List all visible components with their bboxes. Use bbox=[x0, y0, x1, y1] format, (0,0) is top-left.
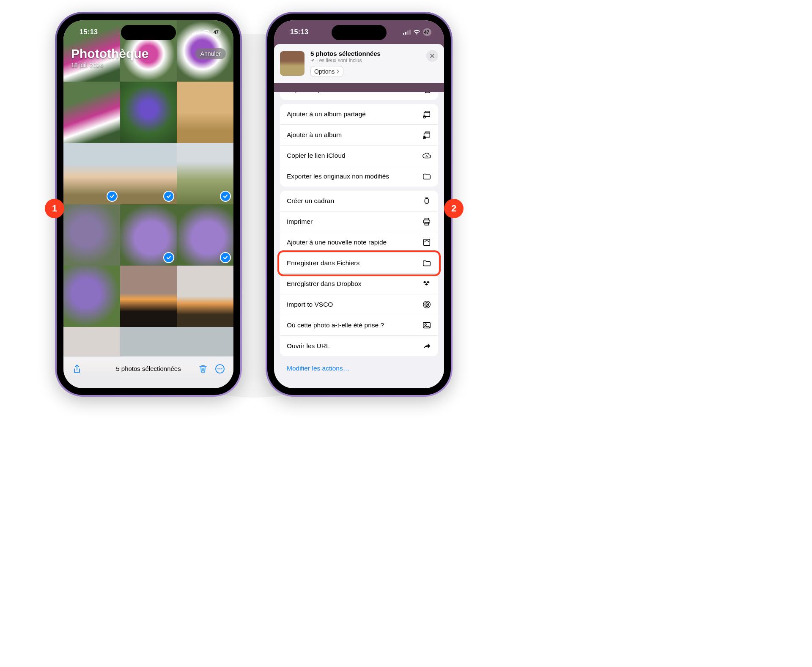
photo-thumb-sunset-wide-1[interactable] bbox=[177, 266, 233, 327]
selected-checkmark-icon bbox=[163, 191, 174, 202]
action-row[interactable]: Ajouter à un album bbox=[280, 125, 438, 145]
selected-checkmark-icon bbox=[220, 252, 231, 263]
photo-thumb-purple-flowers-2[interactable] bbox=[120, 204, 177, 266]
action-row[interactable]: Enregistrer dans Dropbox bbox=[280, 274, 438, 294]
svg-rect-20 bbox=[425, 199, 428, 203]
action-row[interactable]: Ouvrir les URL bbox=[280, 336, 438, 356]
svg-rect-18 bbox=[425, 132, 430, 133]
dynamic-island bbox=[332, 25, 387, 40]
photo-thumb-sunset-dark[interactable] bbox=[120, 266, 177, 327]
action-label: Enregistrer dans Fichiers bbox=[287, 259, 359, 267]
action-row[interactable]: Enregistrer dans Fichiers bbox=[280, 253, 438, 274]
svg-rect-0 bbox=[192, 33, 194, 35]
action-row[interactable]: Exporter les originaux non modifiés bbox=[280, 166, 438, 187]
svg-rect-23 bbox=[425, 222, 428, 225]
action-row[interactable]: Créer un cadran bbox=[280, 191, 438, 211]
library-date: 18 juil. 2024 bbox=[71, 62, 148, 69]
svg-rect-10 bbox=[407, 30, 409, 35]
photos-app-screen: 15:13 47 Photothèque 18 juil. 2024 Annul… bbox=[63, 20, 233, 388]
action-row[interactable]: Où cette photo a-t-elle été prise ? bbox=[280, 315, 438, 336]
wifi-icon bbox=[413, 30, 420, 35]
callout-badge-1: 1 bbox=[45, 199, 64, 218]
photo-thumb-purple-flowers-4[interactable] bbox=[63, 266, 120, 327]
close-button[interactable] bbox=[426, 50, 438, 62]
action-label: Créer un cadran bbox=[287, 197, 334, 205]
svg-rect-1 bbox=[195, 32, 196, 35]
watch-icon bbox=[422, 196, 431, 206]
action-label: Enregistrer dans Dropbox bbox=[287, 280, 362, 288]
status-time: 15:13 bbox=[290, 28, 308, 36]
dynamic-island bbox=[121, 25, 176, 40]
svg-point-29 bbox=[425, 324, 426, 325]
action-row[interactable]: Import to VSCO bbox=[280, 294, 438, 315]
album-add-icon bbox=[422, 130, 431, 140]
action-label: Exporter les originaux non modifiés bbox=[287, 173, 389, 180]
phone-mockup-right: 15:13 47 5 photos sélectionnées Les lieu… bbox=[266, 12, 453, 397]
quicknote-icon bbox=[422, 238, 431, 247]
action-label: Ouvrir les URL bbox=[287, 342, 330, 350]
options-button[interactable]: Options bbox=[310, 66, 343, 77]
vsco-icon bbox=[422, 300, 431, 309]
action-label: Copier le lien iCloud bbox=[287, 152, 346, 159]
svg-rect-9 bbox=[405, 32, 406, 35]
edit-actions-link[interactable]: Modifier les actions… bbox=[280, 360, 438, 382]
share-sheet-header: 5 photos sélectionnées Les lieux sont in… bbox=[274, 44, 444, 83]
bottom-toolbar: 5 photos sélectionnées bbox=[63, 356, 233, 388]
selected-checkmark-icon bbox=[163, 252, 174, 263]
action-row[interactable]: Copier les photos bbox=[280, 92, 438, 100]
action-row[interactable]: Imprimer bbox=[280, 211, 438, 232]
selected-checkmark-icon bbox=[107, 191, 118, 202]
action-row[interactable]: Ajouter à un album partagé bbox=[280, 104, 438, 125]
dropbox-icon bbox=[422, 279, 431, 288]
share-sheet-screen: 15:13 47 5 photos sélectionnées Les lieu… bbox=[274, 20, 444, 388]
share-subtitle: Les lieux sont inclus bbox=[316, 58, 362, 63]
status-indicators: 47 bbox=[192, 28, 221, 36]
selection-count: 5 photos sélectionnées bbox=[116, 365, 181, 372]
photo-thumb-purple-flowers-3[interactable] bbox=[177, 204, 233, 266]
share-arrow-icon bbox=[422, 341, 431, 351]
svg-point-27 bbox=[426, 304, 428, 305]
share-icon[interactable] bbox=[72, 364, 82, 374]
action-label: Import to VSCO bbox=[287, 301, 333, 308]
wifi-icon bbox=[203, 30, 210, 35]
photo-thumb-field-grass[interactable] bbox=[177, 143, 233, 204]
phone-mockup-left: 15:13 47 Photothèque 18 juil. 2024 Annul… bbox=[55, 12, 242, 397]
share-title: 5 photos sélectionnées bbox=[310, 50, 420, 57]
callout-badge-2: 2 bbox=[444, 199, 464, 218]
svg-rect-8 bbox=[403, 33, 404, 35]
cancel-button[interactable]: Annuler bbox=[195, 48, 226, 59]
photo-thumb-field-sunset-2[interactable] bbox=[120, 143, 177, 204]
more-icon[interactable] bbox=[215, 364, 225, 374]
folder-icon bbox=[422, 172, 431, 181]
album-shared-icon bbox=[422, 110, 431, 119]
action-label: Copier les photos bbox=[287, 92, 338, 93]
action-row[interactable]: Ajouter à une nouvelle note rapide bbox=[280, 232, 438, 253]
action-group: Ajouter à un album partagéAjouter à un a… bbox=[280, 104, 438, 187]
cellular-icon bbox=[192, 30, 200, 35]
action-label: Ajouter à une nouvelle note rapide bbox=[287, 239, 387, 246]
photo-thumb-fuchsia-4[interactable] bbox=[63, 82, 120, 143]
actions-list[interactable]: Copier les photosAjouter à un album part… bbox=[274, 92, 444, 388]
action-label: Ajouter à un album bbox=[287, 131, 342, 139]
photo-thumb-field-sunset-1[interactable] bbox=[63, 143, 120, 204]
status-time: 15:13 bbox=[80, 28, 98, 36]
battery-indicator: 47 bbox=[212, 28, 221, 36]
copy-icon bbox=[422, 92, 431, 94]
selection-thumbnail bbox=[280, 51, 304, 76]
action-row[interactable]: Copier le lien iCloud bbox=[280, 145, 438, 166]
photo-thumb-purple-flowers-1[interactable] bbox=[63, 204, 120, 266]
photo-thumb-orchid[interactable] bbox=[120, 82, 177, 143]
action-label: Où cette photo a-t-elle été prise ? bbox=[287, 321, 384, 329]
svg-point-7 bbox=[221, 368, 222, 369]
photo-grid[interactable] bbox=[63, 20, 233, 388]
selected-checkmark-icon bbox=[220, 191, 231, 202]
svg-point-6 bbox=[219, 368, 221, 369]
trash-icon[interactable] bbox=[198, 364, 208, 374]
battery-indicator: 47 bbox=[423, 28, 431, 36]
chevron-right-icon bbox=[336, 69, 340, 74]
action-label: Imprimer bbox=[287, 218, 313, 225]
image-icon bbox=[422, 321, 431, 330]
photo-thumb-wheat[interactable] bbox=[177, 82, 233, 143]
svg-point-26 bbox=[425, 302, 428, 306]
photos-header: Photothèque 18 juil. 2024 Annuler bbox=[71, 47, 226, 69]
